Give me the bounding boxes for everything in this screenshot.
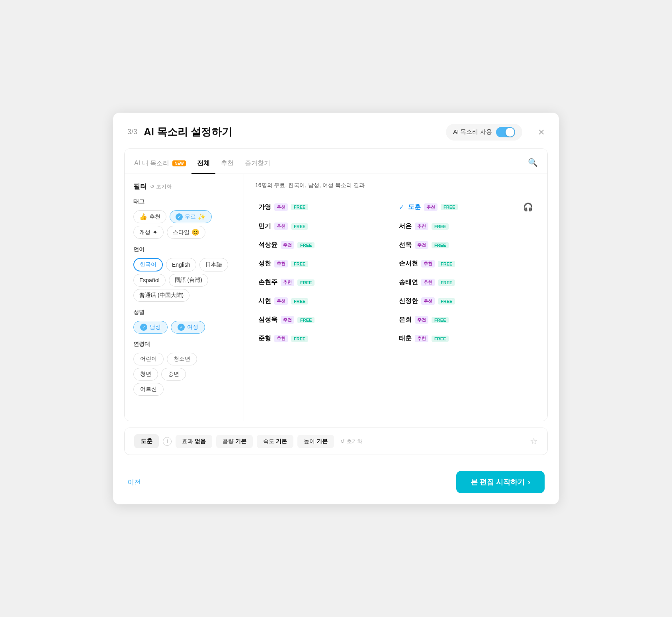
free-badge: FREE	[297, 279, 315, 286]
voice-name: 도훈	[408, 203, 421, 211]
rec-badge: 추천	[281, 316, 294, 324]
ai-voice-toggle[interactable]	[496, 127, 515, 137]
settings-reset-icon: ↺	[340, 438, 345, 444]
rec-badge: 추천	[421, 260, 435, 267]
voice-item-sinjunghan[interactable]: 신정한 추천 FREE	[396, 292, 536, 310]
voice-item-seonok[interactable]: 선옥 추천 FREE	[396, 236, 536, 254]
filter-header: 필터 ↺ 초기화	[133, 182, 235, 191]
free-badge: FREE	[438, 298, 455, 305]
volume-button[interactable]: 음량 기본	[216, 435, 253, 448]
voice-item-seoeun[interactable]: 서은 추천 FREE	[396, 217, 536, 236]
voice-item-sonseohyun[interactable]: 손서현 추천 FREE	[396, 254, 536, 273]
age-section-label: 연령대	[133, 341, 235, 348]
lang-chip-ko[interactable]: 한국어	[133, 258, 163, 271]
rec-badge: 추천	[274, 297, 288, 305]
tag-chip-style[interactable]: 스타일 😊	[167, 226, 205, 239]
rec-badge: 추천	[424, 203, 438, 211]
age-chips-row2: 청년 중년	[133, 368, 235, 381]
tab-my-voice[interactable]: AI 내 목소리 NEW	[134, 156, 191, 174]
free-badge: FREE	[441, 204, 458, 210]
headphone-icon[interactable]: 🎧	[523, 202, 533, 212]
voice-item-sunghan[interactable]: 성한 추천 FREE	[255, 254, 396, 273]
rec-badge: 추천	[281, 279, 294, 286]
tag-rec-icon: 👍	[139, 213, 147, 221]
tag-chip-rec[interactable]: 👍 추천	[133, 210, 166, 223]
free-badge: FREE	[432, 242, 449, 248]
lang-chip-cn[interactable]: 普通话 (中国大陆)	[133, 289, 189, 302]
voice-name: 은희	[399, 316, 412, 324]
effect-value: 없음	[195, 438, 206, 444]
language-section-label: 언어	[133, 246, 235, 253]
rec-badge: 추천	[421, 297, 435, 305]
pitch-button[interactable]: 높이 기본	[297, 435, 334, 448]
voice-item-minki[interactable]: 민기 추천 FREE	[255, 217, 396, 236]
age-chip-child[interactable]: 어린이	[133, 353, 164, 365]
voice-item-junhyung[interactable]: 준형 추천 FREE	[255, 329, 396, 348]
lang-chip-ja[interactable]: 日本語	[199, 258, 228, 271]
lang-chip-es[interactable]: Español	[133, 274, 166, 287]
pitch-value: 기본	[316, 438, 328, 444]
favorite-star-button[interactable]: ☆	[530, 436, 538, 447]
tag-free-icon: ✨	[198, 213, 206, 221]
male-check: ✓	[140, 324, 147, 331]
modal-footer: 이전 본 편집 시작하기 ›	[113, 463, 559, 504]
gender-chip-female[interactable]: ✓ 여성	[171, 321, 205, 334]
start-arrow-icon: ›	[528, 478, 530, 486]
speed-label: 속도	[263, 438, 274, 444]
voice-name: 신정한	[399, 297, 418, 305]
pitch-label: 높이	[304, 438, 315, 444]
lang-chip-en[interactable]: English	[166, 258, 196, 271]
voice-item-sihyun[interactable]: 시현 추천 FREE	[255, 292, 396, 310]
start-editing-button[interactable]: 본 편집 시작하기 ›	[456, 471, 545, 493]
voice-name: 석상윤	[258, 241, 277, 249]
gender-chips-row: ✓ 남성 ✓ 여성	[133, 321, 235, 334]
voice-grid: 가영 추천 FREE ✓ 도훈 추천 FREE 🎧 민기 추천	[255, 197, 536, 348]
filter-panel: 필터 ↺ 초기화 태그 👍 추천 ✓ 무료 ✨	[125, 174, 244, 421]
voice-item-gayoung[interactable]: 가영 추천 FREE	[255, 197, 396, 217]
filter-reset-button[interactable]: ↺ 초기화	[150, 183, 172, 190]
tag-free-label: 무료	[185, 213, 196, 221]
age-chip-teen[interactable]: 청소년	[167, 353, 197, 365]
voice-item-simseongouk[interactable]: 심성욱 추천 FREE	[255, 310, 396, 329]
tag-style-label: 스타일	[173, 229, 189, 236]
voice-item-seogsangyun[interactable]: 석상윤 추천 FREE	[255, 236, 396, 254]
settings-voice-name-button[interactable]: 도훈	[134, 434, 159, 448]
tag-chip-personality[interactable]: 개성 ✦	[133, 226, 164, 239]
voice-item-eunhee[interactable]: 은희 추천 FREE	[396, 310, 536, 329]
start-label: 본 편집 시작하기	[471, 477, 525, 487]
voice-item-songtaeyeon[interactable]: 송태연 추천 FREE	[396, 273, 536, 292]
speed-button[interactable]: 속도 기본	[257, 435, 293, 448]
voice-item-dohun[interactable]: ✓ 도훈 추천 FREE 🎧	[396, 197, 536, 217]
free-badge: FREE	[432, 336, 449, 342]
voice-item-taehun[interactable]: 태훈 추천 FREE	[396, 329, 536, 348]
settings-reset-button[interactable]: ↺ 초기화	[340, 438, 362, 445]
lang-chips-row3: 普通话 (中国大陆)	[133, 289, 235, 302]
gender-chip-male[interactable]: ✓ 남성	[133, 321, 168, 334]
free-badge: FREE	[432, 223, 449, 230]
reset-label: 초기화	[156, 183, 172, 190]
age-chip-young[interactable]: 청년	[133, 368, 158, 381]
search-icon[interactable]: 🔍	[528, 158, 538, 167]
rec-badge: 추천	[415, 241, 428, 249]
tab-recommended[interactable]: 추천	[215, 156, 239, 174]
effect-button[interactable]: 효과 없음	[176, 435, 212, 448]
age-chip-senior[interactable]: 어르신	[133, 383, 164, 396]
male-label: 남성	[150, 324, 161, 331]
lang-chip-tw[interactable]: 國語 (台灣)	[169, 274, 208, 287]
free-badge: FREE	[291, 336, 308, 342]
tab-favorites[interactable]: 즐겨찾기	[239, 156, 276, 174]
volume-value: 기본	[235, 438, 246, 444]
free-badge: FREE	[291, 261, 308, 267]
info-icon[interactable]: i	[163, 437, 172, 446]
voice-name: 손서현	[399, 260, 418, 268]
age-chip-middle[interactable]: 중년	[161, 368, 186, 381]
filter-title: 필터	[133, 182, 147, 191]
voice-name: 서은	[399, 222, 412, 230]
rec-badge: 추천	[274, 335, 288, 342]
tag-chip-free[interactable]: ✓ 무료 ✨	[170, 210, 212, 223]
tab-all[interactable]: 전체	[191, 156, 215, 174]
prev-button[interactable]: 이전	[127, 478, 141, 487]
close-button[interactable]: ×	[538, 127, 545, 138]
age-chips-row1: 어린이 청소년	[133, 353, 235, 365]
voice-item-sonhyunjoo[interactable]: 손현주 추천 FREE	[255, 273, 396, 292]
